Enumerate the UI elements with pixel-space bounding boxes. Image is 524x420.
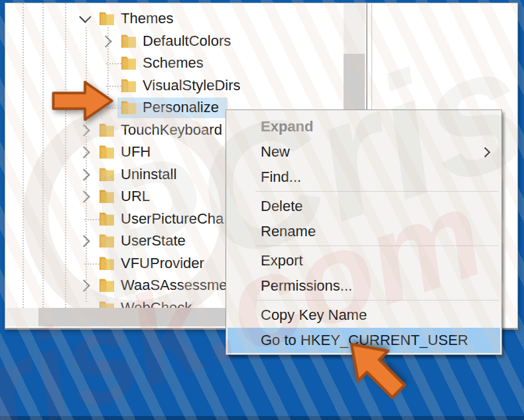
tree-item-content: Themes — [96, 9, 182, 29]
tree-selected-item[interactable]: Personalize — [117, 98, 228, 118]
tree-item-userpicturecha[interactable]: UserPictureCha — [5, 208, 232, 230]
context-menu: Expand New Find... Delete Rename Export … — [226, 109, 502, 355]
tree-item-defaultcolors[interactable]: DefaultColors — [5, 30, 239, 52]
folder-icon — [99, 211, 115, 226]
tree-item-content: DefaultColors — [117, 31, 239, 52]
tree-item-label: Uninstall — [121, 166, 176, 183]
tree-item-waasassessme[interactable]: WaaSAssessme — [5, 274, 236, 297]
folder-icon — [121, 55, 137, 70]
tree-item-schemes[interactable]: Schemes — [5, 52, 212, 74]
folder-icon — [121, 33, 137, 48]
tree-item-touchkeyboard[interactable]: TouchKeyboard — [5, 119, 231, 141]
folder-icon — [121, 100, 137, 115]
tree-item-label: VFUProvider — [121, 255, 204, 272]
chevron-right-icon[interactable] — [96, 30, 117, 52]
chevron-down-icon[interactable] — [74, 7, 96, 30]
tree-item-content: WaaSAssessme — [96, 275, 236, 296]
chevron-right-icon[interactable] — [74, 230, 96, 252]
tree-item-content: VisualStyleDirs — [117, 76, 249, 96]
context-menu-item-export[interactable]: Export — [226, 248, 501, 273]
tree-item-content: UserPictureCha — [96, 209, 232, 230]
menu-separator — [255, 245, 499, 247]
screenshot-bottom-border — [0, 416, 524, 420]
context-menu-item-find[interactable]: Find... — [226, 165, 501, 190]
tree-item-themes[interactable]: Themes — [5, 7, 182, 30]
tree-item-url[interactable]: URL — [5, 185, 159, 208]
chevron-right-icon[interactable] — [74, 274, 96, 297]
folder-icon — [99, 277, 115, 293]
orange-arrow-right-icon — [49, 77, 117, 125]
menu-separator — [255, 300, 499, 301]
context-menu-item-rename[interactable]: Rename — [226, 219, 501, 244]
tree-item-vfuprovider[interactable]: VFUProvider — [5, 252, 213, 275]
tree-item-label: Personalize — [143, 99, 219, 116]
tree-item-content: VFUProvider — [96, 253, 213, 274]
tree-item-uninstall[interactable]: Uninstall — [5, 163, 185, 186]
context-menu-item-expand: Expand — [226, 114, 501, 139]
tree-item-content: UserState — [96, 231, 194, 251]
desktop-background: { "tree": { "items": [ {"label": "Themes… — [0, 0, 524, 420]
tree-item-label: Themes — [121, 10, 173, 27]
tree-item-label: WaaSAssessme — [121, 277, 228, 294]
context-menu-item-delete[interactable]: Delete — [226, 194, 501, 219]
folder-icon — [99, 188, 115, 204]
tree-item-content: UFH — [96, 142, 159, 163]
tree-item-label: UserPictureCha — [121, 210, 224, 228]
tree-item-label: TouchKeyboard — [121, 121, 222, 139]
tree-connector — [96, 52, 117, 74]
tree-connector — [74, 208, 96, 230]
context-menu-item-new[interactable]: New — [226, 139, 501, 165]
tree-item-content: Uninstall — [96, 165, 185, 185]
context-menu-item-copy-key-name[interactable]: Copy Key Name — [226, 303, 501, 328]
tree-connector — [74, 252, 96, 275]
tree-item-userstate[interactable]: UserState — [5, 230, 194, 252]
chevron-right-icon[interactable] — [74, 185, 96, 208]
tree-item-label: UserState — [121, 232, 186, 249]
chevron-right-icon — [480, 147, 491, 158]
tree-item-label: DefaultColors — [143, 33, 231, 50]
tree-item-label: UFH — [121, 143, 151, 161]
folder-icon — [99, 255, 115, 271]
tree-item-label: VisualStyleDirs — [143, 77, 241, 94]
folder-icon — [121, 78, 137, 93]
tree-item-label: URL — [121, 188, 150, 205]
tree-item-visualstyledirs[interactable]: VisualStyleDirs — [5, 74, 249, 97]
tree-item-label: Schemes — [143, 54, 204, 72]
folder-icon — [99, 11, 115, 26]
context-menu-item-permissions[interactable]: Permissions... — [226, 273, 501, 299]
tree-item-content: URL — [96, 186, 159, 207]
folder-icon — [99, 233, 115, 248]
tree-item-ufh[interactable]: UFH — [5, 141, 159, 163]
chevron-right-icon[interactable] — [74, 141, 96, 163]
folder-icon — [99, 167, 115, 182]
tree-item-content: Schemes — [117, 53, 212, 74]
horizontal-scrollbar-thumb[interactable] — [38, 308, 234, 326]
menu-separator — [255, 191, 499, 192]
chevron-right-icon[interactable] — [74, 163, 96, 186]
folder-icon — [99, 144, 115, 159]
